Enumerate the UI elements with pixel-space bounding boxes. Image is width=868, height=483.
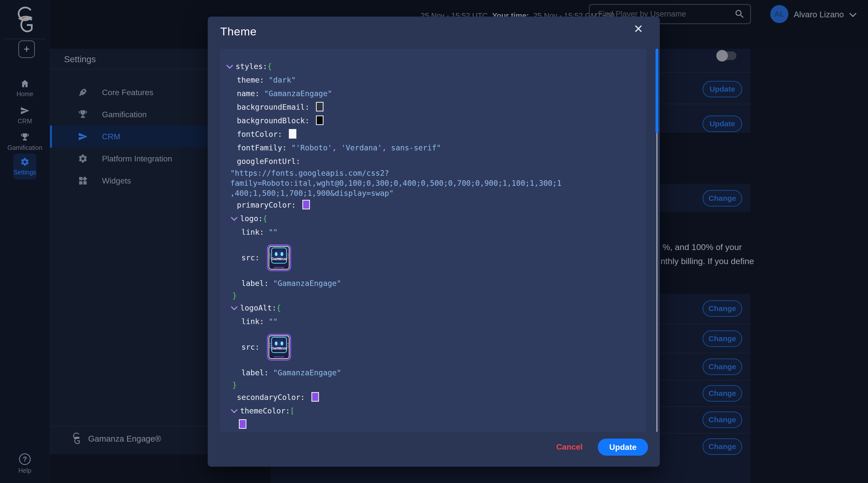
gear-icon xyxy=(20,157,30,167)
brand-footer: Gamanza Engage® xyxy=(71,431,161,447)
change-button[interactable]: Change xyxy=(703,190,742,206)
user-name: Alvaro Lizano xyxy=(794,10,844,19)
update-button[interactable]: Update xyxy=(703,81,742,97)
user-menu[interactable]: Alvaro Lizano xyxy=(794,0,856,29)
json-line-wrap: "https://fonts.googleapis.com/css2? xyxy=(220,168,646,178)
toggle-switch[interactable] xyxy=(716,50,736,62)
sidebar-item-label: Settings xyxy=(13,169,36,176)
chevron-down-icon[interactable] xyxy=(231,303,238,310)
sidebar-item-label: CRM xyxy=(18,118,32,125)
change-button[interactable]: Change xyxy=(703,300,742,317)
gamanza-engage-logo-image[interactable]: GamanzaENGAGE xyxy=(267,245,291,271)
sidebar-item-label: Home xyxy=(17,90,33,98)
send-icon xyxy=(78,132,88,141)
json-line-fontFamily: fontFamily: "'Roboto', 'Verdana', sans-s… xyxy=(220,141,646,155)
json-line-logoAlt: logoAlt:{ xyxy=(220,301,646,315)
chevron-down-icon[interactable] xyxy=(231,407,238,413)
gear-icon xyxy=(78,154,88,164)
theme-modal: Theme ✕ styles:{theme: "dark"name: "Gama… xyxy=(208,17,660,467)
json-line-backgroundBlock: backgroundBlock: xyxy=(220,114,646,128)
gamanza-engage-logo-image[interactable]: GamanzaENGAGE xyxy=(267,334,291,360)
sidebar-item-settings[interactable]: Settings xyxy=(13,154,36,180)
json-line-fontColor: fontColor: xyxy=(220,128,646,141)
brand-name: Gamanza Engage® xyxy=(88,434,161,444)
widgets-icon xyxy=(78,176,88,186)
sidebar-item-label: Help xyxy=(18,467,31,474)
json-line-src: src: GamanzaENGAGE xyxy=(220,239,646,277)
change-button[interactable]: Change xyxy=(703,358,742,375)
trophy-icon xyxy=(20,133,30,142)
json-line-name: name: "GamanzaEngage" xyxy=(220,87,646,100)
json-line-close: } xyxy=(220,380,646,391)
cancel-button[interactable]: Cancel xyxy=(554,442,584,452)
help-icon: ? xyxy=(19,453,31,465)
nav-item-label: Core Features xyxy=(102,88,153,97)
add-button[interactable]: + xyxy=(18,40,35,58)
json-line-wrap: ,400;1,500;1,700;1,900&display=swap" xyxy=(220,188,646,198)
json-line-theme: theme: "dark" xyxy=(220,73,646,87)
toggle-knob xyxy=(716,50,728,62)
scrollbar-thumb[interactable] xyxy=(655,49,658,133)
chevron-down-icon[interactable] xyxy=(231,214,238,221)
json-line-wrap: family=Roboto:ital,wght@0,100;0,300;0,40… xyxy=(220,178,646,188)
billing-help-text: %, and 100% of your nthly billing. If yo… xyxy=(660,240,766,268)
gamanza-logo-icon xyxy=(71,432,82,445)
json-line-themeColor: themeColor:[ xyxy=(220,404,646,418)
chevron-down-icon xyxy=(849,10,857,17)
nav-item-label: Gamification xyxy=(102,110,147,119)
trophy-icon xyxy=(78,109,88,120)
close-icon[interactable]: ✕ xyxy=(633,23,643,35)
gamanza-logo-icon xyxy=(13,6,37,35)
avatar[interactable]: AL xyxy=(770,5,788,23)
home-icon xyxy=(20,79,30,88)
color-swatch[interactable] xyxy=(239,419,246,429)
sidebar-item-home[interactable]: Home xyxy=(0,79,50,98)
nav-item-label: Platform Integration xyxy=(102,154,172,163)
change-button[interactable]: Change xyxy=(703,412,742,428)
json-line-logo: logo:{ xyxy=(220,212,646,225)
chevron-down-icon[interactable] xyxy=(226,62,233,69)
rocket-icon xyxy=(78,87,88,97)
update-button[interactable]: Update xyxy=(703,116,742,132)
update-button[interactable]: Update xyxy=(598,439,648,456)
nav-item-label: Widgets xyxy=(102,176,131,186)
json-line-close: } xyxy=(220,290,646,301)
page-title: Settings xyxy=(64,54,96,64)
json-line-styles: styles:{ xyxy=(220,60,646,73)
json-line-link: link: "" xyxy=(220,315,646,328)
json-line-primaryColor: primaryColor: xyxy=(220,198,646,212)
icon-rail: + Home CRM Gamification Settings ? Help xyxy=(0,0,50,483)
json-line-swatchonly xyxy=(220,418,646,431)
json-line-src: src: GamanzaENGAGE xyxy=(220,328,646,366)
sidebar-item-gamification[interactable]: Gamification xyxy=(0,133,50,151)
color-swatch[interactable] xyxy=(289,129,297,138)
json-line-label: label: "GamanzaEngage" xyxy=(220,277,646,290)
json-line-backgroundEmail: backgroundEmail: xyxy=(220,100,646,114)
color-swatch[interactable] xyxy=(311,392,319,402)
sidebar-item-help[interactable]: ? Help xyxy=(0,453,50,474)
color-swatch[interactable] xyxy=(316,102,323,111)
json-line-label: label: "GamanzaEngage" xyxy=(220,366,646,380)
json-line-close: ] xyxy=(220,431,646,432)
sidebar-item-label: Gamification xyxy=(7,144,42,151)
change-button[interactable]: Change xyxy=(703,330,742,347)
nav-item-label: CRM xyxy=(102,132,120,141)
send-icon xyxy=(20,106,30,116)
json-line-link: link: "" xyxy=(220,225,646,239)
app-root: + Home CRM Gamification Settings ? Help … xyxy=(0,0,868,483)
color-swatch[interactable] xyxy=(302,200,310,210)
rail-divider xyxy=(4,39,46,39)
json-line-secondaryColor: secondaryColor: xyxy=(220,391,646,404)
search-icon[interactable] xyxy=(734,8,745,20)
change-button[interactable]: Change xyxy=(703,385,742,402)
sidebar-item-crm[interactable]: CRM xyxy=(0,106,50,125)
change-button[interactable]: Change xyxy=(703,438,742,455)
modal-title: Theme xyxy=(220,25,257,38)
json-viewer: styles:{theme: "dark"name: "GamanzaEngag… xyxy=(220,49,646,432)
color-swatch[interactable] xyxy=(316,116,323,125)
json-line-googleFontUrl: googleFontUrl: xyxy=(220,155,646,168)
